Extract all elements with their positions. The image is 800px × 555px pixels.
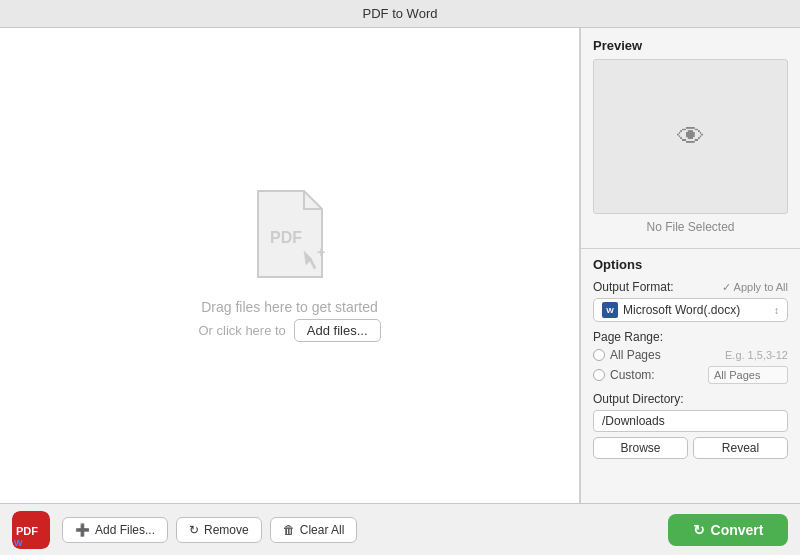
- output-format-label: Output Format:: [593, 280, 674, 294]
- drop-zone[interactable]: PDF + Drag files here to get started Or …: [0, 28, 580, 503]
- or-click-text: Or click here to: [198, 323, 285, 338]
- dropdown-arrow-icon: ↕: [774, 305, 779, 316]
- dir-buttons-row: Browse Reveal: [593, 437, 788, 459]
- convert-icon: ↻: [693, 522, 705, 538]
- remove-button[interactable]: ↻ Remove: [176, 517, 262, 543]
- or-row: Or click here to Add files...: [198, 319, 380, 342]
- preview-box: 👁: [593, 59, 788, 214]
- word-icon: W: [602, 302, 618, 318]
- no-file-text: No File Selected: [593, 220, 788, 234]
- options-label: Options: [593, 257, 788, 272]
- output-dir-label: Output Directory:: [593, 392, 788, 406]
- custom-radio-left: Custom:: [593, 368, 655, 382]
- output-format-header: Output Format: ✓ Apply to All: [593, 280, 788, 294]
- drag-text: Drag files here to get started: [201, 299, 378, 315]
- output-format-row: Output Format: ✓ Apply to All W Microsof…: [593, 280, 788, 322]
- checkmark-icon: ✓: [722, 281, 731, 294]
- convert-button[interactable]: ↻ Convert: [668, 514, 788, 546]
- output-directory-section: Output Directory: Browse Reveal: [593, 392, 788, 459]
- convert-label: Convert: [711, 522, 764, 538]
- right-panel: Preview 👁 No File Selected Options Outpu…: [580, 28, 800, 503]
- apply-to-all-row: ✓ Apply to All: [722, 281, 788, 294]
- all-pages-label: All Pages: [610, 348, 661, 362]
- apply-to-all-label: Apply to All: [734, 281, 788, 293]
- range-hint: E.g. 1,5,3-12: [725, 349, 788, 361]
- divider: [581, 248, 800, 249]
- svg-text:PDF: PDF: [270, 229, 302, 246]
- output-path-input[interactable]: [593, 410, 788, 432]
- app-title: PDF to Word: [363, 6, 438, 21]
- page-range-label: Page Range:: [593, 330, 788, 344]
- toolbar-add-files-label: Add Files...: [95, 523, 155, 537]
- bottom-toolbar: PDF W ➕ Add Files... ↻ Remove 🗑 Clear Al…: [0, 503, 800, 555]
- reveal-button[interactable]: Reveal: [693, 437, 788, 459]
- all-pages-radio-left: All Pages: [593, 348, 661, 362]
- add-files-inline-button[interactable]: Add files...: [294, 319, 381, 342]
- title-bar: PDF to Word: [0, 0, 800, 28]
- clear-all-label: Clear All: [300, 523, 345, 537]
- preview-section: Preview 👁 No File Selected: [581, 28, 800, 248]
- toolbar-left: PDF W ➕ Add Files... ↻ Remove 🗑 Clear Al…: [12, 511, 668, 549]
- custom-row: Custom:: [593, 366, 788, 384]
- svg-text:+: +: [317, 244, 325, 260]
- format-select-left: W Microsoft Word(.docx): [602, 302, 740, 318]
- main-content: PDF + Drag files here to get started Or …: [0, 28, 800, 503]
- app-icon: PDF W: [12, 511, 50, 549]
- clear-all-button[interactable]: 🗑 Clear All: [270, 517, 358, 543]
- custom-range-input[interactable]: [708, 366, 788, 384]
- preview-label: Preview: [593, 38, 788, 53]
- svg-text:PDF: PDF: [16, 525, 38, 537]
- browse-button[interactable]: Browse: [593, 437, 688, 459]
- format-select-dropdown[interactable]: W Microsoft Word(.docx) ↕: [593, 298, 788, 322]
- eye-icon: 👁: [677, 120, 705, 153]
- all-pages-row: All Pages E.g. 1,5,3-12: [593, 348, 788, 362]
- options-section: Options Output Format: ✓ Apply to All W …: [581, 257, 800, 503]
- custom-label: Custom:: [610, 368, 655, 382]
- page-range-section: Page Range: All Pages E.g. 1,5,3-12 Cust…: [593, 330, 788, 384]
- add-files-icon: ➕: [75, 523, 90, 537]
- toolbar-add-files-button[interactable]: ➕ Add Files...: [62, 517, 168, 543]
- all-pages-radio[interactable]: [593, 349, 605, 361]
- custom-radio[interactable]: [593, 369, 605, 381]
- trash-icon: 🗑: [283, 523, 295, 537]
- format-value: Microsoft Word(.docx): [623, 303, 740, 317]
- remove-label: Remove: [204, 523, 249, 537]
- pdf-placeholder-icon: PDF +: [250, 189, 330, 279]
- remove-icon: ↻: [189, 523, 199, 537]
- svg-text:W: W: [14, 538, 23, 548]
